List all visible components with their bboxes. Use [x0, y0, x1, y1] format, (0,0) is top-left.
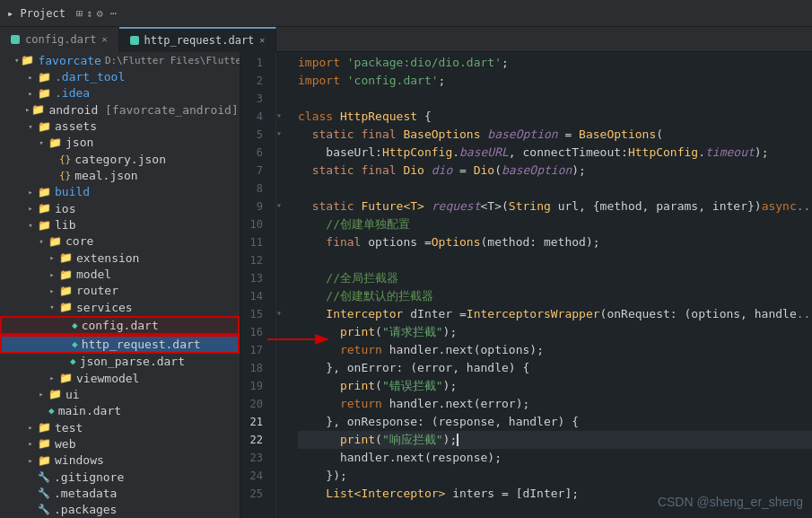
ui-folder-icon: 📁: [48, 388, 62, 400]
sidebar-item-json[interactable]: 📁 json: [0, 135, 240, 151]
extension-label: extension: [76, 251, 139, 265]
tab-http-request[interactable]: http_request.dart ✕: [119, 27, 277, 52]
return-kw-17: return: [340, 341, 382, 359]
sidebar-item-windows[interactable]: 📁 windows: [0, 452, 240, 469]
sidebar-item-meal-json[interactable]: {} meal.json: [0, 167, 240, 183]
tab-config-close[interactable]: ✕: [101, 34, 107, 44]
line-num-17: 17: [240, 341, 268, 359]
comment-10: //创建单独配置: [326, 215, 410, 233]
line-num-20: 20: [240, 395, 268, 413]
tab-http-request-close[interactable]: ✕: [259, 35, 265, 45]
sidebar-item-test[interactable]: 📁 test: [0, 419, 240, 435]
build-arrow: [25, 187, 36, 198]
json-arrow: [36, 137, 47, 148]
class-name: HttpRequest: [340, 108, 417, 126]
paren-5: (: [656, 126, 663, 144]
httpconfig-cls: HttpConfig: [382, 144, 452, 162]
close-18: }, onError: (error, handle) {: [326, 359, 529, 377]
paren-16b: );: [443, 323, 458, 341]
router-folder-icon: 📁: [59, 285, 73, 297]
sidebar-item-build[interactable]: 📁 build: [0, 184, 240, 200]
http-request-dart-file-icon: ◆: [72, 338, 78, 350]
baseoptions-type: BaseOptions: [403, 126, 480, 144]
fold-4[interactable]: ▾: [276, 106, 289, 124]
sidebar-item-main-dart[interactable]: ◆ main.dart: [0, 403, 240, 419]
sidebar-item-model[interactable]: 📁 model: [0, 266, 240, 282]
code-line-1: import 'package:dio/dio.dart';: [298, 54, 812, 72]
async-kw: async: [762, 198, 797, 215]
code-content[interactable]: import 'package:dio/dio.dart'; import 'c…: [289, 52, 812, 518]
sidebar-item-services[interactable]: 📁 services: [0, 299, 240, 315]
code-line-4: class HttpRequest {: [298, 108, 812, 126]
meal-json-label: meal.json: [74, 169, 137, 182]
code-line-22: print("响应拦截");: [298, 431, 812, 449]
static-kw-9: static: [312, 198, 354, 215]
line-num-24: 24: [240, 467, 268, 485]
baseoption-var: baseOption: [487, 126, 557, 144]
sidebar-item-config-dart[interactable]: ◆ config.dart: [0, 316, 240, 335]
sidebar-item-metadata[interactable]: 🔧 .metadata: [0, 485, 240, 501]
packages-file-icon: 🔧: [38, 504, 50, 515]
project-section: ▸ Project ⊞ ↕ ⚙ ⋯: [7, 7, 117, 20]
paren-22a: (: [375, 431, 382, 449]
sidebar-item-http-request-dart[interactable]: ◆ http_request.dart: [0, 335, 240, 354]
fold-5[interactable]: ▾: [276, 124, 289, 142]
line-num-10: 10: [240, 215, 268, 233]
sidebar: 📁 favorcate D:\Flutter Files\Flutter Stu…: [0, 52, 240, 518]
sidebar-item-dart-tool[interactable]: 📁 .dart_tool: [0, 68, 240, 84]
code-line-19: print("错误拦截");: [298, 377, 812, 395]
favorcate-folder-icon: 📁: [21, 54, 34, 66]
sidebar-item-assets[interactable]: 📁 assets: [0, 118, 240, 134]
list-type: List<Interceptor>: [326, 485, 445, 503]
favorcate-label: favorcate: [38, 54, 100, 67]
sidebar-item-ios[interactable]: 📁 ios: [0, 200, 240, 216]
code-line-11: final options = Options(method: method);: [298, 233, 812, 251]
ios-folder-icon: 📁: [38, 202, 51, 215]
code-line-8: [298, 180, 812, 198]
final-kw-5: final: [361, 126, 396, 144]
favorcate-path: D:\Flutter Files\Flutter Stu...: [105, 55, 240, 66]
code-line-2: import 'config.dart';: [298, 72, 812, 90]
fold-7: [276, 160, 289, 178]
line-numbers: 1 2 3 4 5 6 7 8 9 10 11 12 13 14 15 16 1…: [240, 52, 276, 518]
sidebar-item-ui[interactable]: 📁 ui: [0, 386, 240, 402]
eq-7: =: [459, 162, 467, 180]
line-num-3: 3: [240, 90, 268, 108]
line-num-4: 4: [240, 108, 268, 126]
idea-arrow: [25, 88, 36, 99]
editor-area: 1 2 3 4 5 6 7 8 9 10 11 12 13 14 15 16 1…: [240, 52, 812, 518]
sidebar-item-android[interactable]: 📁 android [favorcate_android]: [0, 101, 240, 118]
sidebar-item-viewmodel[interactable]: 📁 viewmodel: [0, 370, 240, 386]
tab-config[interactable]: config.dart ✕: [0, 27, 119, 52]
baseoptions-cls: BaseOptions: [579, 126, 656, 144]
sidebar-item-router[interactable]: 📁 router: [0, 283, 240, 299]
sidebar-item-web[interactable]: 📁 web: [0, 435, 240, 452]
lib-label: lib: [55, 218, 75, 232]
sidebar-item-category-json[interactable]: {} category.json: [0, 151, 240, 167]
top-bar: ▸ Project ⊞ ↕ ⚙ ⋯: [0, 0, 812, 27]
code-line-3: [298, 90, 812, 108]
fold-9[interactable]: ▾: [276, 196, 289, 214]
config-dart-label: config.dart: [82, 319, 159, 332]
line-num-5: 5: [240, 126, 268, 144]
sidebar-item-gitignore[interactable]: 🔧 .gitignore: [0, 469, 240, 485]
android-arrow: [25, 104, 30, 115]
request-fn: request: [432, 198, 481, 215]
sidebar-item-packages[interactable]: 🔧 .packages: [0, 502, 240, 518]
lib-folder-icon: 📁: [38, 219, 51, 232]
line-num-11: 11: [240, 233, 268, 251]
paren-16a: (: [375, 323, 382, 341]
fold-15[interactable]: ▾: [276, 303, 289, 321]
main-dart-file-icon: ◆: [48, 405, 55, 417]
sidebar-item-idea[interactable]: 📁 .idea: [0, 85, 240, 101]
onresponse-line: }, onResponse: (response, handler) {: [326, 413, 579, 431]
sidebar-item-lib[interactable]: 📁 lib: [0, 216, 240, 233]
line-num-8: 8: [240, 180, 268, 198]
main-dart-label: main.dart: [58, 404, 121, 417]
sidebar-item-favorcate[interactable]: 📁 favorcate D:\Flutter Files\Flutter Stu…: [0, 52, 240, 68]
sidebar-item-core[interactable]: 📁 core: [0, 233, 240, 250]
sidebar-item-json-parse-dart[interactable]: ◆ json_parse.dart: [0, 354, 240, 370]
code-line-20: return handler.next(error);: [298, 395, 812, 413]
meal-json-icon: {}: [59, 170, 71, 181]
sidebar-item-extension[interactable]: 📁 extension: [0, 250, 240, 266]
